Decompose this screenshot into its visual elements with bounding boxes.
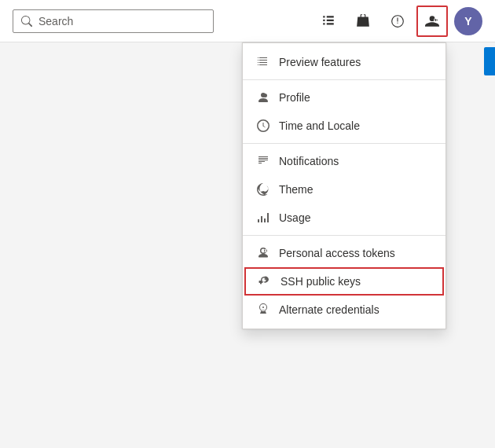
- locale-icon: [255, 118, 271, 134]
- menu-item-theme[interactable]: Theme: [243, 175, 446, 204]
- usage-icon: [255, 210, 271, 226]
- menu-item-profile[interactable]: Profile: [243, 83, 446, 112]
- search-label: Search: [38, 15, 73, 28]
- ssh-icon: [257, 274, 273, 289]
- tasklist-icon: [321, 14, 336, 28]
- help-icon: [390, 14, 405, 28]
- topbar-icons: Y: [313, 6, 482, 37]
- theme-icon: [255, 182, 271, 197]
- notifications-icon: [255, 153, 271, 169]
- alternate-credentials-label: Alternate credentials: [279, 303, 380, 316]
- marketplace-button[interactable]: [347, 6, 379, 37]
- menu-item-personal-access-tokens[interactable]: Personal access tokens: [243, 239, 446, 267]
- user-settings-icon: [425, 14, 439, 28]
- theme-label: Theme: [279, 183, 314, 196]
- menu-item-alternate-credentials[interactable]: Alternate credentials: [243, 296, 446, 324]
- credentials-icon: [255, 302, 271, 318]
- menu-item-notifications[interactable]: Notifications: [243, 147, 446, 175]
- dropdown-menu: Preview features Profile Time and Locale…: [242, 42, 446, 329]
- avatar-label: Y: [464, 15, 471, 28]
- menu-item-usage[interactable]: Usage: [243, 204, 446, 232]
- notifications-label: Notifications: [279, 155, 339, 167]
- divider-1: [243, 79, 446, 80]
- user-settings-button[interactable]: [416, 6, 448, 37]
- profile-icon: [255, 90, 271, 105]
- blue-button-partial: [484, 47, 495, 75]
- menu-item-ssh-public-keys[interactable]: SSH public keys: [244, 267, 444, 296]
- usage-label: Usage: [279, 211, 310, 224]
- preview-icon: [255, 54, 271, 70]
- ssh-public-keys-label: SSH public keys: [280, 275, 361, 288]
- profile-label: Profile: [279, 91, 310, 104]
- divider-2: [243, 143, 446, 144]
- divider-3: [243, 235, 446, 236]
- menu-item-preview-features[interactable]: Preview features: [243, 48, 446, 76]
- personal-access-tokens-label: Personal access tokens: [279, 247, 395, 259]
- search-icon: [21, 16, 32, 27]
- time-locale-label: Time and Locale: [279, 119, 360, 132]
- help-button[interactable]: [382, 6, 413, 37]
- avatar-button[interactable]: Y: [454, 7, 482, 35]
- bag-icon: [356, 14, 370, 28]
- topbar: Search Y: [0, 0, 495, 42]
- preview-features-label: Preview features: [279, 56, 361, 68]
- search-box[interactable]: Search: [13, 9, 214, 33]
- tokens-icon: [255, 245, 271, 261]
- menu-item-time-locale[interactable]: Time and Locale: [243, 112, 446, 140]
- tasklist-button[interactable]: [313, 6, 344, 37]
